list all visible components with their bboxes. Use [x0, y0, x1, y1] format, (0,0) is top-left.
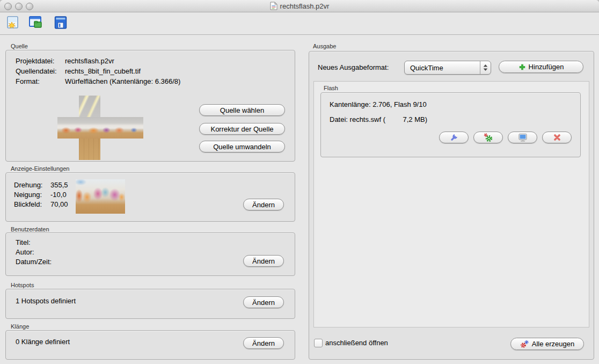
hotspots-groupbox: 1 Hotspots definiert Ändern: [5, 289, 295, 319]
view-thumbnail: [76, 179, 125, 214]
alle-erzeugen-label: Alle erzeugen: [532, 340, 575, 348]
autor-label: Autor:: [16, 247, 34, 257]
benutzerdaten-aendern-button[interactable]: Ändern: [243, 255, 284, 267]
klaenge-status: 0 Klänge definiert: [16, 338, 70, 346]
anzeige-info: Drehung: 355,5 Neigung: -10,0 Blickfeld:…: [14, 180, 68, 209]
open-after-label: anschließend öffnen: [325, 339, 388, 347]
save-project-icon: [53, 15, 68, 30]
anzeige-group-label: Anzeige-Einstellungen: [11, 165, 69, 172]
quelle-umwandeln-button[interactable]: Quelle umwandeln: [199, 141, 285, 152]
popup-stepper-icon: [480, 61, 491, 74]
anzeige-groupbox: Drehung: 355,5 Neigung: -10,0 Blickfeld:…: [5, 172, 295, 222]
open-after-checkbox[interactable]: [314, 339, 323, 347]
quellendatei-value: rechts_8bit_fin_cubeft.tif: [65, 66, 141, 76]
ausgabeformat-value: QuickTime: [405, 64, 480, 72]
cubemap-top-face: [79, 96, 100, 117]
new-project-icon: [5, 15, 20, 30]
projektdatei-value: rechtsflash.p2vr: [65, 56, 114, 66]
drehung-value: 355,5: [50, 180, 68, 190]
flash-group-label: Flash: [324, 85, 338, 91]
open-project-icon: [28, 15, 43, 30]
window-title: rechtsflash.p2vr: [280, 2, 330, 10]
output-list-panel: Flash Kantenlänge: 2.706, Flash 9/10 Dat…: [313, 81, 589, 327]
hinzufuegen-button[interactable]: Hinzufügen: [499, 61, 583, 73]
alle-erzeugen-button[interactable]: Alle erzeugen: [510, 338, 584, 350]
plus-icon: [518, 63, 526, 71]
wrench-icon: [450, 133, 458, 142]
hotspots-group-label: Hotspots: [11, 282, 34, 288]
save-project-button[interactable]: [53, 15, 69, 31]
monitor-icon: [518, 133, 528, 142]
flash-groupbox: Kantenlänge: 2.706, Flash 9/10 Datei: re…: [320, 92, 581, 157]
toolbar: [0, 12, 599, 35]
format-value: Würfelflächen (Kantenlänge: 6.366/8): [65, 76, 180, 86]
datum-zeit-label: Datum/Zeit:: [16, 257, 52, 267]
flash-info-line1: Kantenlänge: 2.706, Flash 9/10: [330, 100, 427, 108]
neues-ausgabeformat-label: Neues Ausgabeformat:: [318, 63, 389, 71]
blickfeld-row: Blickfeld: 70,00: [14, 200, 68, 209]
datum-zeit-row: Datum/Zeit:: [16, 257, 52, 267]
anzeige-aendern-button[interactable]: Ändern: [243, 199, 284, 210]
quelle-info: Projektdatei: rechtsflash.p2vr Quellenda…: [16, 56, 180, 86]
benutzerdaten-info: Titel: Autor: Datum/Zeit:: [16, 238, 52, 267]
flash-preview-button[interactable]: [508, 132, 537, 143]
document-icon: [270, 2, 277, 10]
quellendatei-row: Quellendatei: rechts_8bit_fin_cubeft.tif: [16, 66, 180, 76]
benutzerdaten-group-label: Benutzerdaten: [11, 226, 49, 232]
flash-delete-button[interactable]: [542, 132, 572, 143]
drehung-row: Drehung: 355,5: [14, 180, 68, 190]
quelle-waehlen-button[interactable]: Quelle wählen: [199, 104, 285, 116]
titlebar: rechtsflash.p2vr: [0, 0, 599, 12]
format-row: Format: Würfelflächen (Kantenlänge: 6.36…: [16, 76, 180, 86]
drehung-label: Drehung:: [14, 180, 50, 190]
klaenge-aendern-button[interactable]: Ändern: [243, 337, 284, 349]
new-project-button[interactable]: [5, 15, 21, 31]
blickfeld-label: Blickfeld:: [14, 200, 50, 209]
delete-x-icon: [553, 133, 561, 142]
flash-file-line: Datei: rechts.swf ( 7,2 MB): [330, 115, 427, 123]
projektdatei-row: Projektdatei: rechtsflash.p2vr: [16, 56, 180, 66]
klaenge-groupbox: 0 Klänge definiert Ändern: [5, 330, 295, 360]
korrektur-der-quelle-button[interactable]: Korrektur der Quelle: [199, 123, 285, 135]
benutzerdaten-groupbox: Titel: Autor: Datum/Zeit: Ändern: [5, 232, 295, 276]
quelle-group-label: Quelle: [11, 43, 28, 49]
quelle-groupbox: Projektdatei: rechtsflash.p2vr Quellenda…: [5, 50, 295, 162]
flash-settings-button[interactable]: [439, 132, 469, 143]
quellendatei-label: Quellendatei:: [16, 66, 65, 76]
cubemap-side-faces: [57, 117, 143, 139]
ausgabe-group-label: Ausgabe: [313, 43, 336, 49]
hotspots-status: 1 Hotspots definiert: [16, 297, 76, 305]
window-title-group: rechtsflash.p2vr: [0, 0, 599, 12]
app-window: rechtsflash.p2vr: [0, 0, 599, 364]
cubemap-cross-preview: [57, 96, 143, 160]
ausgabeformat-select[interactable]: QuickTime: [404, 61, 491, 75]
flash-generate-button[interactable]: [473, 132, 503, 143]
projektdatei-label: Projektdatei:: [16, 56, 65, 66]
titel-row: Titel:: [16, 238, 52, 247]
format-label: Format:: [16, 76, 65, 86]
hotspots-aendern-button[interactable]: Ändern: [243, 296, 284, 308]
gear-plus-icon: [484, 133, 493, 142]
neigung-value: -10,0: [50, 190, 67, 200]
open-project-button[interactable]: [27, 15, 43, 31]
hinzufuegen-label: Hinzufügen: [529, 63, 564, 71]
neigung-row: Neigung: -10,0: [14, 190, 68, 200]
neigung-label: Neigung:: [14, 190, 50, 200]
cubemap-bottom-face: [79, 139, 100, 160]
ausgabe-groupbox: Neues Ausgabeformat: QuickTime Hinzufüge…: [309, 51, 594, 360]
blickfeld-value: 70,00: [50, 200, 68, 209]
titel-label: Titel:: [16, 238, 31, 247]
generate-all-gears-icon: [520, 340, 529, 348]
klaenge-group-label: Klänge: [11, 323, 29, 330]
autor-row: Autor:: [16, 247, 52, 257]
